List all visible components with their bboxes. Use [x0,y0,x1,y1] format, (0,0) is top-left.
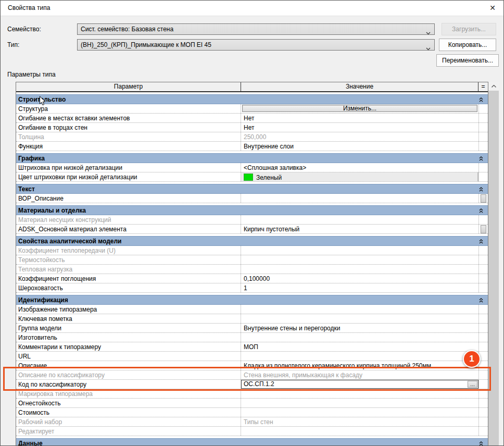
section-title: Материалы и отделка [18,207,86,214]
table-row: СтруктураИзменить... [16,104,488,114]
color-swatch [244,174,253,181]
eq-cell [478,324,488,332]
value-cell[interactable]: Изменить... [241,104,478,113]
value-cell[interactable] [241,352,478,361]
param-mini-button[interactable] [481,225,486,233]
value-cell[interactable] [241,333,478,342]
vertical-scrollbar[interactable] [488,82,499,446]
value-cell[interactable] [241,427,478,436]
table-row: Материал несущих конструкций [16,215,488,225]
value-cell[interactable] [241,215,478,224]
value-cell[interactable]: Нет [241,114,478,122]
param-cell: Огнестойкость [16,399,241,407]
eq-cell [478,132,488,141]
table-row: Толщина250,000 [16,132,488,142]
value-cell[interactable] [241,255,478,264]
param-cell: Структура [16,104,241,113]
value-cell[interactable]: Нет [241,123,478,132]
value-cell[interactable]: 1 [241,283,478,292]
param-cell: Шероховатость [16,283,241,292]
eq-cell [478,194,488,203]
eq-cell [478,408,488,417]
value-cell[interactable]: МОП [241,342,478,351]
column-header-formula: = [478,82,488,91]
section-header[interactable]: Графика [16,153,488,163]
scroll-up-button[interactable] [488,82,499,91]
section-header[interactable]: Текст [16,184,488,194]
table-row: Рабочий наборТипы стен [16,417,488,427]
type-parameters-caption: Параметры типа [7,71,56,78]
value-cell[interactable]: Зеленый [241,172,478,181]
section-title: Графика [18,155,45,162]
collapse-section-icon [478,156,484,162]
param-cell: Штриховка при низкой детализации [16,163,241,172]
rename-button[interactable]: Переименовать... [436,54,499,67]
param-cell: Группа модели [16,324,241,332]
type-label: Тип: [7,39,19,51]
load-button[interactable]: Загрузить... [442,23,496,35]
value-cell[interactable]: 250,000 [241,132,478,141]
collapse-section-icon [478,97,484,103]
param-cell: Изображение типоразмера [16,305,241,314]
value-cell[interactable] [241,305,478,314]
family-select[interactable]: Сист. семейство: Базовая стена [77,23,435,35]
value-cell[interactable]: Внутренние стены и перегородки [241,324,478,332]
param-cell: ADSK_Основной материал элемента [16,225,241,233]
type-select[interactable]: (ВН)_250_(КРП)_Примыкающие к МОП EI 45 [77,39,435,51]
column-header-parameter[interactable]: Параметр [16,82,241,91]
table-row: Термостойкость [16,255,488,265]
eq-cell [478,342,488,351]
type-parameters-table: Параметр Значение = СтроительствоСтрукту… [16,82,488,446]
table-row: Тепловая нагрузка [16,265,488,274]
table-row: Огнестойкость [16,399,488,408]
modify-button[interactable]: Изменить... [242,105,477,112]
param-cell: Термостойкость [16,255,241,264]
table-row: Коэффициент теплопередачи (U) [16,246,488,255]
column-header-value[interactable]: Значение [241,82,478,91]
mouse-cursor [39,96,46,108]
section-header[interactable]: Свойства аналитической модели [16,236,488,246]
param-cell: Функция [16,142,241,151]
table-row: Ключевая пометка [16,314,488,324]
duplicate-button[interactable]: Копировать... [439,39,496,51]
collapse-section-icon [478,239,484,244]
value-cell[interactable]: 0,100000 [241,274,478,283]
collapse-section-icon [478,441,484,446]
eq-cell [478,427,488,436]
value-cell[interactable]: Внутренние слои [241,142,478,151]
value-cell[interactable]: Типы стен [241,417,478,426]
param-cell: Стоимость [16,408,241,417]
table-row: Редактирует [16,427,488,436]
value-cell[interactable] [241,246,478,255]
value-cell[interactable] [241,194,478,203]
type-select-value: (ВН)_250_(КРП)_Примыкающие к МОП EI 45 [81,41,211,48]
close-button[interactable]: ✕ [484,1,501,16]
table-row: Стоимость [16,408,488,417]
section-header[interactable]: Данные [16,438,488,446]
scrollbar-thumb[interactable] [488,91,499,446]
eq-cell [478,399,488,407]
value-cell[interactable] [241,265,478,274]
value-cell[interactable] [241,408,478,417]
table-row: Изображение типоразмера [16,305,488,314]
value-cell[interactable] [241,314,478,323]
table-row: Шероховатость1 [16,283,488,293]
param-cell: Рабочий набор [16,417,241,426]
section-header[interactable]: Материалы и отделка [16,205,488,215]
table-body: СтроительствоСтруктураИзменить...Огибани… [16,94,488,446]
eq-cell [478,104,488,113]
chevron-down-icon [426,28,431,35]
table-row: Изготовитель [16,333,488,342]
param-mini-button[interactable] [481,194,486,203]
family-label: Семейство: [7,23,41,35]
eq-cell [478,114,488,122]
chevron-down-icon [426,43,431,51]
section-header[interactable]: Идентификация [16,295,488,305]
value-cell[interactable]: Кирпич пустотелый [241,225,478,233]
value-cell[interactable]: <Сплошная заливка> [241,163,478,172]
section-header[interactable]: Строительство [16,94,488,104]
value-cell[interactable] [241,399,478,407]
eq-cell [478,314,488,323]
param-cell: Коэффициент теплопередачи (U) [16,246,241,255]
section-title: Свойства аналитической модели [18,238,121,245]
